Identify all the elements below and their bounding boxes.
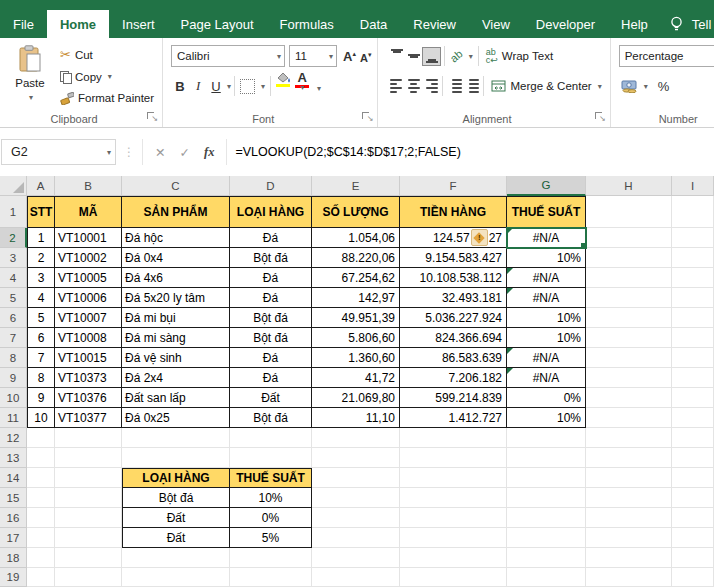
cell-C18[interactable] [122, 548, 230, 568]
cell-C4[interactable]: Đá 4x6 [122, 268, 230, 288]
copy-dropdown-icon[interactable]: ▾ [108, 72, 112, 81]
row-header-10[interactable]: 10 [0, 388, 27, 408]
cell-A7[interactable]: 6 [27, 328, 55, 348]
cell-D18[interactable] [230, 548, 312, 568]
row-header-3[interactable]: 3 [0, 248, 27, 268]
cell-E16[interactable] [312, 508, 400, 528]
fill-color-button[interactable]: ▾ [274, 71, 293, 101]
cell-F1[interactable]: TIỀN HÀNG [400, 196, 507, 228]
clipboard-dialog-launcher[interactable] [147, 112, 158, 123]
cell-I10[interactable] [672, 388, 714, 408]
cell-I18[interactable] [672, 548, 714, 568]
borders-button[interactable]: ▾ [238, 77, 267, 96]
row-header-18[interactable]: 18 [0, 548, 27, 568]
cell-C19[interactable] [122, 568, 230, 587]
cell-B16[interactable] [55, 508, 122, 528]
formula-input[interactable]: =VLOOKUP(D2;$C$14:$D$17;2;FALSE) [227, 145, 714, 159]
cell-H10[interactable] [586, 388, 672, 408]
font-size-select[interactable]: 11 ▾ [289, 45, 337, 67]
cell-B6[interactable]: VT10007 [55, 308, 122, 328]
cancel-icon[interactable]: ✕ [155, 145, 165, 160]
cell-E7[interactable]: 5.806,60 [312, 328, 400, 348]
cell-B3[interactable]: VT10002 [55, 248, 122, 268]
cell-E2[interactable]: 1.054,06 [312, 228, 400, 248]
cell-G5[interactable]: #N/A [507, 288, 586, 308]
paste-dropdown-icon[interactable]: ▾ [29, 93, 33, 102]
cell-I12[interactable] [672, 428, 714, 448]
font-name-dropdown-icon[interactable]: ▾ [273, 52, 281, 61]
cell-D19[interactable] [230, 568, 312, 587]
cell-C8[interactable]: Đá vệ sinh [122, 348, 230, 368]
cell-H8[interactable] [586, 348, 672, 368]
orientation-button[interactable]: ab ▾ [448, 48, 474, 64]
tab-page-layout[interactable]: Page Layout [168, 10, 267, 38]
cell-D12[interactable] [230, 428, 312, 448]
cell-A10[interactable]: 9 [27, 388, 55, 408]
insert-function-icon[interactable]: fx [204, 145, 214, 160]
cell-C12[interactable] [122, 428, 230, 448]
name-box[interactable]: G2 ▾ [1, 139, 116, 165]
cell-G11[interactable]: 10% [507, 408, 586, 428]
cell-B14[interactable] [55, 468, 122, 488]
row-header-17[interactable]: 17 [0, 528, 27, 548]
row-header-2[interactable]: 2 [0, 228, 27, 248]
cell-C9[interactable]: Đá 2x4 [122, 368, 230, 388]
cell-A11[interactable]: 10 [27, 408, 55, 428]
row-header-19[interactable]: 19 [0, 568, 27, 587]
cell-D9[interactable]: Đá [230, 368, 312, 388]
cell-F19[interactable] [400, 568, 507, 587]
cell-H4[interactable] [586, 268, 672, 288]
cell-H19[interactable] [586, 568, 672, 587]
cell-H1[interactable] [586, 196, 672, 228]
cell-G15[interactable] [507, 488, 586, 508]
cell-D3[interactable]: Bột đá [230, 248, 312, 268]
cell-F7[interactable]: 824.366.694 [400, 328, 507, 348]
cell-G1[interactable]: THUẾ SUẤT [507, 196, 586, 228]
cell-I15[interactable] [672, 488, 714, 508]
column-header-G[interactable]: G [507, 176, 586, 196]
cell-E10[interactable]: 21.069,80 [312, 388, 400, 408]
align-center-button[interactable] [405, 78, 422, 95]
merge-center-dropdown-icon[interactable]: ▾ [598, 82, 602, 91]
cell-I16[interactable] [672, 508, 714, 528]
cell-I5[interactable] [672, 288, 714, 308]
cell-F15[interactable] [400, 488, 507, 508]
name-box-dropdown-icon[interactable]: ▾ [107, 148, 111, 157]
cell-B12[interactable] [55, 428, 122, 448]
cell-F8[interactable]: 86.583.639 [400, 348, 507, 368]
row-header-4[interactable]: 4 [0, 268, 27, 288]
cell-B11[interactable]: VT10377 [55, 408, 122, 428]
tab-file[interactable]: File [0, 10, 47, 38]
cell-E9[interactable]: 41,72 [312, 368, 400, 388]
cell-E15[interactable] [312, 488, 400, 508]
cell-G18[interactable] [507, 548, 586, 568]
select-all-corner[interactable] [0, 176, 27, 196]
cell-G8[interactable]: #N/A [507, 348, 586, 368]
cell-H17[interactable] [586, 528, 672, 548]
cell-C16[interactable]: Đất [122, 508, 230, 528]
tab-help[interactable]: Help [608, 10, 661, 38]
tab-developer[interactable]: Developer [523, 10, 608, 38]
underline-dropdown-icon[interactable]: ▾ [227, 82, 231, 91]
cell-H9[interactable] [586, 368, 672, 388]
column-header-I[interactable]: I [672, 176, 714, 196]
cell-H14[interactable] [586, 468, 672, 488]
cell-D13[interactable] [230, 448, 312, 468]
cell-E17[interactable] [312, 528, 400, 548]
cell-I9[interactable] [672, 368, 714, 388]
format-painter-button[interactable]: Format Painter [56, 87, 158, 109]
cell-A13[interactable] [27, 448, 55, 468]
cell-G14[interactable] [507, 468, 586, 488]
cell-B7[interactable]: VT10008 [55, 328, 122, 348]
cell-D8[interactable]: Đá [230, 348, 312, 368]
cell-D17[interactable]: 5% [230, 528, 312, 548]
cell-A6[interactable]: 5 [27, 308, 55, 328]
middle-align-button[interactable] [405, 48, 422, 65]
cell-G16[interactable] [507, 508, 586, 528]
paste-button[interactable]: Paste ▾ [4, 43, 56, 109]
cell-A16[interactable] [27, 508, 55, 528]
cell-G9[interactable]: #N/A [507, 368, 586, 388]
row-header-6[interactable]: 6 [0, 308, 27, 328]
increase-font-button[interactable]: A▴ [341, 46, 358, 65]
cell-C13[interactable] [122, 448, 230, 468]
